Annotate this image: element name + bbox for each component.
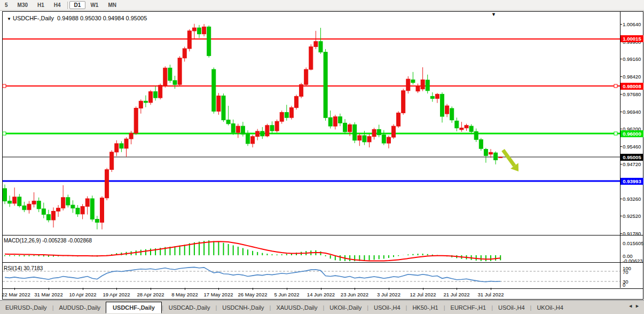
candle[interactable] (173, 81, 177, 85)
symbol-tab-audusd-daily-1[interactable]: AUDUSD-,Daily (53, 302, 106, 313)
candle[interactable] (469, 126, 473, 131)
candle[interactable] (416, 86, 420, 91)
candle[interactable] (392, 126, 396, 137)
candle[interactable] (304, 69, 308, 84)
candle[interactable] (217, 96, 221, 112)
candle[interactable] (484, 150, 488, 156)
candle[interactable] (246, 134, 250, 144)
candle[interactable] (57, 208, 60, 211)
candle[interactable] (479, 139, 483, 148)
candle[interactable] (343, 123, 347, 131)
candle[interactable] (37, 201, 41, 209)
candle[interactable] (183, 49, 186, 58)
candle[interactable] (275, 121, 279, 131)
candle[interactable] (372, 129, 376, 136)
candle[interactable] (348, 125, 352, 132)
candle[interactable] (285, 113, 288, 118)
candle[interactable] (289, 108, 293, 118)
candle[interactable] (32, 201, 36, 204)
candle[interactable] (295, 96, 299, 107)
candle[interactable] (363, 136, 366, 142)
candle[interactable] (474, 131, 478, 139)
candle[interactable] (494, 153, 498, 160)
candle[interactable] (222, 96, 225, 120)
candle[interactable] (120, 144, 123, 148)
symbol-tab-eurchf-h1-9[interactable]: EURCHF-,H1 (445, 302, 492, 313)
candle[interactable] (367, 137, 371, 142)
symbol-tab-eurusd-daily-0[interactable]: EURUSD-,Daily (0, 302, 52, 313)
candle[interactable] (261, 131, 264, 136)
candle[interactable] (154, 92, 158, 98)
candle[interactable] (421, 80, 425, 89)
candle[interactable] (27, 204, 31, 210)
candle[interactable] (455, 121, 459, 128)
candle[interactable] (100, 198, 104, 223)
candle[interactable] (18, 197, 21, 206)
candle[interactable] (71, 205, 75, 208)
candle[interactable] (377, 129, 381, 135)
candle[interactable] (280, 113, 284, 122)
candle[interactable] (489, 152, 493, 154)
symbol-tab-usdchf-daily-2[interactable]: USDCHF-,Daily (106, 302, 162, 313)
candle[interactable] (397, 113, 400, 126)
symbol-tab-usdcad-daily-3[interactable]: USDCAD-,Daily (163, 302, 216, 313)
candle[interactable] (66, 198, 70, 205)
tab-scroll-right-icon[interactable]: ► (635, 303, 642, 309)
candle[interactable] (435, 94, 439, 98)
candle[interactable] (353, 125, 357, 140)
candle[interactable] (187, 31, 191, 49)
candle[interactable] (178, 58, 182, 85)
candle[interactable] (134, 108, 138, 134)
candle[interactable] (499, 157, 502, 158)
candle[interactable] (13, 197, 17, 203)
candle[interactable] (231, 124, 235, 132)
tab-scroll-arrows[interactable]: ◄► (628, 303, 642, 309)
symbol-tab-usoil-h4-7[interactable]: USOil-,H4 (368, 302, 406, 313)
candle[interactable] (168, 68, 172, 81)
candle[interactable] (426, 80, 429, 91)
candle[interactable] (8, 201, 12, 203)
symbol-tab-ukoil-h4-11[interactable]: UKOil-,H4 (531, 302, 569, 313)
candle[interactable] (192, 28, 196, 31)
candle[interactable] (402, 91, 405, 113)
candle[interactable] (149, 92, 153, 103)
candle[interactable] (90, 199, 94, 219)
symbol-tab-xauusd-daily-5[interactable]: XAUUSD-,Daily (271, 302, 323, 313)
candle[interactable] (198, 28, 201, 34)
candle[interactable] (333, 117, 337, 127)
candle[interactable] (256, 131, 260, 137)
candle[interactable] (81, 207, 84, 214)
candle[interactable] (61, 198, 65, 208)
candle[interactable] (450, 108, 454, 120)
candle[interactable] (144, 101, 147, 103)
candle[interactable] (411, 80, 415, 82)
candle[interactable] (226, 120, 230, 124)
candle[interactable] (460, 128, 464, 130)
symbol-tab-ukoil-daily-6[interactable]: UKOil-,Daily (324, 302, 367, 313)
candle[interactable] (406, 79, 410, 91)
candle[interactable] (338, 117, 342, 123)
candle[interactable] (445, 106, 449, 114)
candle[interactable] (159, 85, 162, 98)
candle[interactable] (105, 170, 109, 198)
hline-handle[interactable] (3, 84, 6, 88)
candle[interactable] (236, 126, 240, 132)
hline-handle[interactable] (614, 84, 617, 88)
candle[interactable] (139, 101, 143, 108)
candle[interactable] (328, 117, 332, 126)
symbol-tab-usdcnh-daily-4[interactable]: USDCNH-,Daily (217, 302, 269, 313)
sell-arrow-annotation[interactable] (503, 150, 519, 171)
candle[interactable] (76, 208, 80, 214)
candle[interactable] (270, 125, 274, 131)
candle[interactable] (382, 135, 386, 144)
symbol-tab-hk50-h1-8[interactable]: HK50-,H1 (407, 302, 443, 313)
candle[interactable] (324, 52, 327, 118)
candle[interactable] (202, 27, 206, 34)
candle[interactable] (251, 137, 255, 144)
candle[interactable] (52, 211, 56, 220)
candle[interactable] (129, 133, 133, 139)
candle[interactable] (309, 47, 313, 70)
candle[interactable] (314, 42, 318, 47)
candle[interactable] (42, 209, 45, 215)
candle[interactable] (300, 84, 303, 96)
